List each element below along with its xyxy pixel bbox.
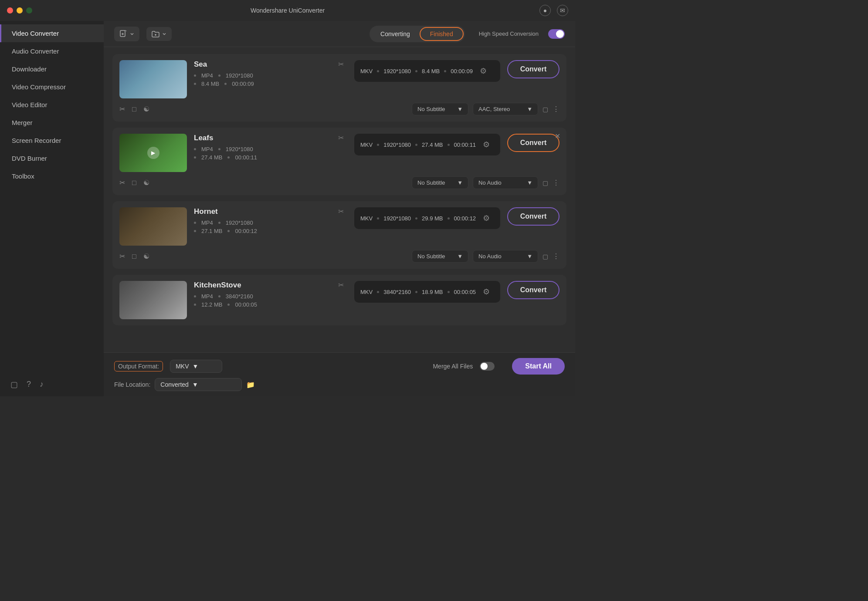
minimize-traffic-light[interactable]: [17, 7, 23, 14]
sidebar-item-downloader[interactable]: Downloader: [0, 60, 104, 78]
close-traffic-light[interactable]: [7, 7, 13, 14]
cut-button-sea[interactable]: ✂: [119, 105, 125, 113]
sidebar-item-screen-recorder[interactable]: Screen Recorder: [0, 132, 104, 149]
video-title-leafs: Leafs: [194, 134, 328, 142]
subtitle-value-leafs: No Subtitle: [417, 179, 445, 186]
thumbnail-sea[interactable]: [119, 60, 187, 98]
output-size-leafs: 27.4 MB: [422, 142, 443, 148]
close-button-leafs[interactable]: ✕: [555, 132, 560, 140]
meta-row-2-kitchen: 12.2 MB 00:00:05: [194, 301, 328, 308]
sidebar-item-video-editor[interactable]: Video Editor: [0, 96, 104, 114]
add-file-button[interactable]: [114, 27, 139, 41]
dot-leafs-1: [194, 148, 196, 150]
output-format-sea: MKV: [360, 68, 373, 74]
subtitle-icon-sea[interactable]: ▢: [542, 106, 548, 113]
book-icon[interactable]: ▢: [10, 380, 18, 389]
more-button-hornet[interactable]: ⋮: [553, 252, 559, 260]
sidebar-item-video-compressor[interactable]: Video Compressor: [0, 78, 104, 96]
convert-button-leafs[interactable]: Convert: [507, 134, 559, 152]
thumbnail-leafs[interactable]: ▶: [119, 134, 187, 172]
high-speed-label: High Speed Conversion: [479, 30, 539, 37]
sidebar-item-audio-converter[interactable]: Audio Converter: [0, 42, 104, 60]
video-card-leafs: ✕ ▶ Leafs MP4: [112, 128, 566, 195]
sidebar-item-merger[interactable]: Merger: [0, 114, 104, 132]
sidebar-item-video-converter[interactable]: Video Converter: [0, 24, 104, 42]
effects-button-leafs[interactable]: ☯: [143, 179, 149, 187]
add-folder-button[interactable]: [146, 27, 172, 41]
thumbnail-hornet[interactable]: [119, 207, 187, 246]
team-icon[interactable]: ♪: [40, 380, 44, 389]
more-button-sea[interactable]: ⋮: [553, 105, 559, 113]
video-info-hornet: Hornet MP4 1920*1080 27.1 MB: [194, 207, 328, 234]
title-bar: Wondershare UniConverter ● ✉: [0, 0, 575, 21]
input-format-hornet: MP4: [201, 219, 213, 226]
subtitle-select-hornet[interactable]: No Subtitle ▼: [412, 250, 468, 263]
audio-select-sea[interactable]: AAC, Stereo ▼: [473, 103, 538, 115]
high-speed-toggle[interactable]: [548, 29, 565, 39]
audio-chevron-sea: ▼: [527, 106, 532, 112]
audio-select-hornet[interactable]: No Audio ▼: [473, 250, 538, 263]
format-select[interactable]: MKV ▼: [170, 360, 222, 373]
input-resolution-kitchen: 3840*2160: [226, 293, 253, 300]
output-resolution-kitchen: 3840*2160: [383, 289, 411, 295]
meta-row-2-leafs: 27.4 MB 00:00:11: [194, 154, 328, 161]
crop-button-hornet[interactable]: □: [132, 253, 136, 260]
chat-icon[interactable]: ✉: [557, 5, 568, 16]
meta-row-1-hornet: MP4 1920*1080: [194, 219, 328, 226]
settings-button-kitchen[interactable]: ⚙: [480, 285, 492, 298]
arrow-icon-hornet: ✂: [338, 207, 344, 216]
more-button-leafs[interactable]: ⋮: [553, 179, 559, 187]
subtitle-select-leafs[interactable]: No Subtitle ▼: [412, 176, 468, 189]
arrow-icon-kitchen: ✂: [338, 281, 344, 289]
subtitle-icon-hornet[interactable]: ▢: [542, 253, 548, 260]
tab-finished[interactable]: Finished: [420, 27, 464, 41]
effects-button-hornet[interactable]: ☯: [143, 252, 149, 260]
cut-button-leafs[interactable]: ✂: [119, 179, 125, 187]
crop-button-leafs[interactable]: □: [132, 179, 136, 187]
effects-button-sea[interactable]: ☯: [143, 105, 149, 113]
output-duration-leafs: 00:00:11: [454, 142, 476, 148]
subtitle-value-hornet: No Subtitle: [417, 253, 445, 260]
thumb-overlay-leafs: ▶: [119, 134, 187, 172]
sidebar-item-toolbox[interactable]: Toolbox: [0, 167, 104, 185]
dot-out-kitchen-1: [377, 291, 379, 293]
subtitle-value-sea: No Subtitle: [417, 106, 445, 112]
bottom-bar-bottom: File Location: Converted ▼ 📁: [114, 378, 565, 391]
settings-button-leafs[interactable]: ⚙: [480, 138, 492, 151]
dot-sea-3: [194, 83, 196, 85]
crop-button-sea[interactable]: □: [132, 105, 136, 113]
maximize-traffic-light[interactable]: [26, 7, 32, 14]
start-all-button[interactable]: Start All: [512, 358, 565, 375]
merge-toggle[interactable]: [480, 362, 495, 371]
traffic-lights: [7, 7, 32, 14]
folder-open-icon[interactable]: 📁: [246, 381, 255, 389]
thumbnail-kitchen-stove[interactable]: [119, 281, 187, 319]
cut-button-hornet[interactable]: ✂: [119, 252, 125, 260]
subtitle-select-sea[interactable]: No Subtitle ▼: [412, 103, 468, 115]
bottom-bar: Output Format: MKV ▼ Merge All Files Sta…: [104, 352, 575, 396]
convert-button-kitchen[interactable]: Convert: [507, 281, 559, 299]
dot-out-leafs-3: [448, 144, 450, 146]
subtitle-icon-leafs[interactable]: ▢: [542, 179, 548, 186]
settings-button-sea[interactable]: ⚙: [477, 64, 489, 78]
video-info-sea: Sea MP4 1920*1080 8.4 MB: [194, 60, 328, 87]
audio-select-leafs[interactable]: No Audio ▼: [473, 176, 538, 189]
convert-button-sea[interactable]: Convert: [507, 60, 559, 78]
settings-button-hornet[interactable]: ⚙: [480, 212, 492, 225]
bottom-bar-top: Output Format: MKV ▼ Merge All Files Sta…: [114, 358, 565, 375]
add-folder-icon: [152, 30, 159, 37]
file-location-select[interactable]: Converted ▼: [155, 378, 242, 391]
tab-converting[interactable]: Converting: [371, 27, 420, 41]
convert-button-hornet[interactable]: Convert: [507, 207, 559, 226]
sidebar-item-dvd-burner[interactable]: DVD Burner: [0, 149, 104, 167]
play-icon-leafs[interactable]: ▶: [147, 147, 159, 159]
app-body: Video Converter Audio Converter Download…: [0, 21, 575, 396]
input-format-leafs: MP4: [201, 146, 213, 152]
format-value: MKV: [176, 363, 189, 370]
help-icon[interactable]: ?: [27, 380, 31, 389]
toolbar: Converting Finished High Speed Conversio…: [104, 21, 575, 47]
profile-icon[interactable]: ●: [539, 5, 551, 16]
audio-chevron-leafs: ▼: [527, 179, 532, 186]
audio-value-sea: AAC, Stereo: [478, 106, 510, 112]
input-resolution-leafs: 1920*1080: [226, 146, 253, 152]
